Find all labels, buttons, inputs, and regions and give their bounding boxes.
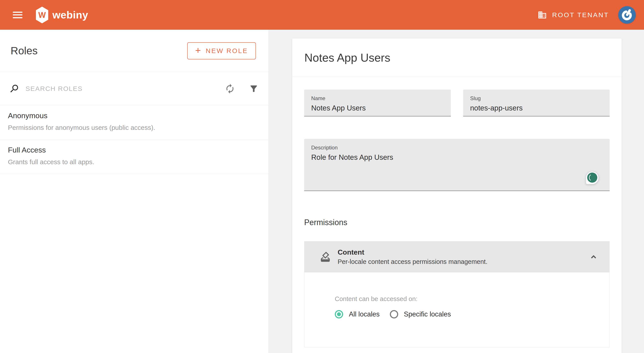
page-title: Roles (10, 45, 38, 57)
webiny-logo[interactable]: W webiny (36, 6, 88, 23)
topbar: W webiny ROOT TENANT (0, 0, 644, 30)
menu-icon[interactable] (13, 12, 22, 18)
new-role-button[interactable]: + NEW ROLE (187, 42, 256, 59)
slug-field[interactable]: Slug notes-app-users (463, 90, 610, 116)
role-title: Full Access (8, 146, 260, 154)
description-field[interactable]: Description Role for Notes App Users (304, 139, 610, 191)
role-detail-header: Notes App Users (292, 38, 622, 77)
chevron-up-icon[interactable] (588, 252, 599, 262)
building-icon (538, 10, 547, 19)
name-field[interactable]: Name Notes App Users (304, 90, 451, 116)
slug-field-value: notes-app-users (470, 104, 603, 112)
role-list-item-anonymous[interactable]: Anonymous Permissions for anonymous user… (0, 105, 268, 140)
ballot-box-icon (319, 251, 331, 263)
refresh-icon[interactable] (225, 83, 235, 94)
description-field-value: Role for Notes App Users (311, 153, 602, 162)
radio-specific-locales[interactable]: Specific locales (390, 310, 461, 319)
svg-text:W: W (38, 10, 46, 19)
role-detail-area: Notes App Users Name Notes App Users Slu… (268, 30, 644, 353)
content-permissions-accordion: Content Per-locale content access permis… (304, 241, 610, 347)
locales-question: Content can be accessed on: (335, 295, 610, 303)
search-bar (0, 72, 268, 105)
user-avatar[interactable] (618, 6, 636, 24)
webiny-hexagon-icon: W (36, 6, 48, 23)
tenant-selector[interactable]: ROOT TENANT (538, 10, 609, 19)
role-list-item-full-access[interactable]: Full Access Grants full access to all ap… (0, 140, 268, 174)
search-icon (9, 83, 20, 94)
slug-field-label: Slug (470, 95, 603, 101)
content-accordion-header[interactable]: Content Per-locale content access permis… (304, 241, 610, 273)
radio-all-locales-label: All locales (349, 310, 380, 318)
content-section-title: Content (338, 248, 488, 256)
new-role-label: NEW ROLE (206, 47, 248, 54)
roles-panel-header: Roles + NEW ROLE (0, 30, 268, 72)
description-field-label: Description (311, 145, 602, 151)
roles-panel: Roles + NEW ROLE Anonymous Permissions f… (0, 30, 268, 353)
radio-selected-icon (335, 310, 343, 319)
filter-icon[interactable] (249, 84, 258, 93)
tenant-label: ROOT TENANT (552, 11, 609, 19)
role-detail-title: Notes App Users (304, 51, 390, 64)
role-title: Anonymous (8, 111, 260, 120)
brand-wordmark: webiny (52, 9, 88, 21)
radio-all-locales[interactable]: All locales (335, 310, 390, 319)
radio-specific-locales-label: Specific locales (404, 310, 451, 318)
radio-unselected-icon (390, 310, 398, 319)
chat-bubble-widget[interactable] (586, 171, 599, 185)
permissions-heading: Permissions (304, 218, 610, 227)
name-field-label: Name (311, 95, 444, 101)
role-detail-card: Notes App Users Name Notes App Users Slu… (292, 38, 622, 353)
search-input[interactable] (26, 85, 225, 92)
content-section-subtitle: Per-locale content access permissions ma… (338, 258, 488, 265)
role-description: Permissions for anonymous users (public … (8, 124, 260, 131)
role-description: Grants full access to all apps. (8, 158, 260, 166)
name-field-value: Notes App Users (311, 104, 444, 112)
content-accordion-body: Content can be accessed on: All locales … (304, 273, 610, 347)
plus-icon: + (195, 45, 201, 55)
